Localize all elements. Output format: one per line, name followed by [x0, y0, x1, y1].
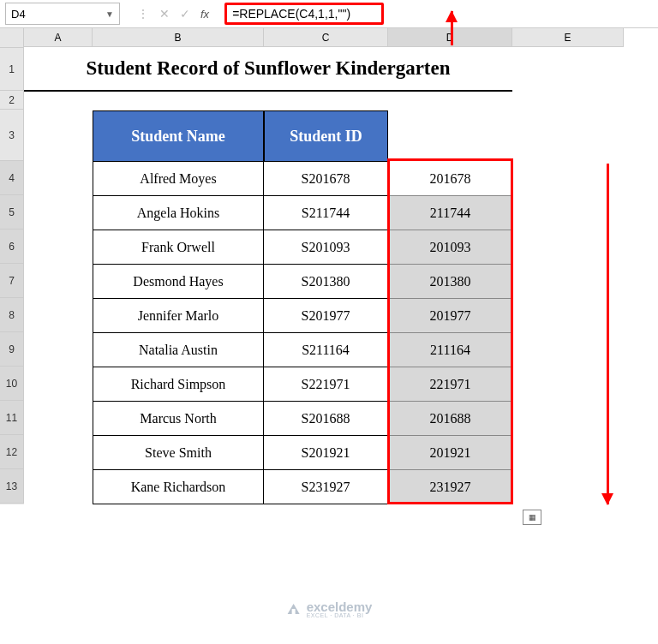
cell-id[interactable]: S231927: [264, 470, 388, 504]
table-row: Kane Richardson S231927 231927: [24, 470, 624, 504]
name-box[interactable]: D4 ▼: [5, 3, 120, 25]
cell-id[interactable]: S211164: [264, 333, 388, 367]
header-row: Student Name Student ID: [24, 110, 624, 162]
watermark: exceldemy EXCEL · DATA · BI: [286, 599, 373, 618]
cell-name[interactable]: Richard Simpson: [93, 367, 264, 402]
page-title: Student Record of Sunflower Kindergarten: [86, 57, 450, 80]
formula-bar-row: D4 ▼ ⋮ ✕ ✓ fx =REPLACE(C4,1,1,""): [0, 0, 658, 28]
row-header-1[interactable]: 1: [0, 48, 24, 91]
table-row: Angela Hokins S211744 211744: [24, 196, 624, 230]
cell-id[interactable]: S201093: [264, 230, 388, 265]
row-header-13[interactable]: 13: [0, 469, 24, 504]
row-header-8[interactable]: 8: [0, 298, 24, 332]
title-row[interactable]: Student Record of Sunflower Kindergarten: [24, 47, 512, 92]
cell-output[interactable]: 221971: [388, 367, 512, 402]
cell-id[interactable]: S201688: [264, 402, 388, 436]
worksheet: 1 2 3 4 5 6 7 8 9 10 11 12 13 A B C D E …: [0, 28, 658, 504]
cell-output[interactable]: 201921: [388, 436, 512, 470]
header-student-name[interactable]: Student Name: [93, 110, 264, 162]
fx-icon[interactable]: fx: [200, 8, 209, 21]
cell-id[interactable]: S201678: [264, 162, 388, 196]
annotation-arrow-down: [607, 164, 609, 504]
row-2-blank[interactable]: [24, 92, 624, 110]
watermark-sub: EXCEL · DATA · BI: [307, 612, 373, 618]
cell-name[interactable]: Natalia Austin: [93, 333, 264, 367]
formula-text: =REPLACE(C4,1,1,""): [224, 3, 384, 25]
select-all-corner[interactable]: [0, 28, 24, 48]
table-row: Desmond Hayes S201380 201380: [24, 265, 624, 299]
cell-id[interactable]: S201921: [264, 436, 388, 470]
cell-id[interactable]: S201380: [264, 265, 388, 299]
cell-id[interactable]: S201977: [264, 299, 388, 333]
formula-bar[interactable]: =REPLACE(C4,1,1,""): [218, 3, 658, 24]
grid: Student Record of Sunflower Kindergarten…: [24, 47, 624, 504]
dots-icon: ⋮: [137, 7, 149, 21]
table-row: Steve Smith S201921 201921: [24, 436, 624, 470]
cell-name[interactable]: Alfred Moyes: [93, 162, 264, 196]
col-header-a[interactable]: A: [24, 28, 93, 47]
row-header-4[interactable]: 4: [0, 161, 24, 195]
row-header-5[interactable]: 5: [0, 195, 24, 230]
autofill-options-icon[interactable]: ▦: [523, 510, 541, 525]
cell-id[interactable]: S221971: [264, 367, 388, 402]
col-header-b[interactable]: B: [93, 28, 264, 47]
cell-a3[interactable]: [24, 110, 93, 162]
header-student-id[interactable]: Student ID: [264, 110, 388, 162]
table-row: Alfred Moyes S201678 201678: [24, 162, 624, 196]
logo-icon: [286, 601, 302, 617]
col-header-c[interactable]: C: [264, 28, 388, 47]
cell-output[interactable]: 201977: [388, 299, 512, 333]
row-headers: 1 2 3 4 5 6 7 8 9 10 11 12 13: [0, 28, 24, 504]
svg-rect-1: [292, 609, 296, 614]
col-header-e[interactable]: E: [512, 28, 624, 47]
annotation-arrow-up: [451, 11, 453, 45]
table-row: Marcus North S201688 201688: [24, 402, 624, 436]
cell-name[interactable]: Steve Smith: [93, 436, 264, 470]
cell-name[interactable]: Marcus North: [93, 402, 264, 436]
row-header-11[interactable]: 11: [0, 401, 24, 435]
cell-name[interactable]: Desmond Hayes: [93, 265, 264, 299]
enter-icon[interactable]: ✓: [180, 7, 190, 21]
formula-bar-icons: ⋮ ✕ ✓ fx: [129, 7, 218, 21]
row-header-2[interactable]: 2: [0, 91, 24, 110]
cell-output[interactable]: 211164: [388, 333, 512, 367]
table-row: Frank Orwell S201093 201093: [24, 230, 624, 265]
row-header-7[interactable]: 7: [0, 264, 24, 298]
row-header-3[interactable]: 3: [0, 110, 24, 161]
row-header-12[interactable]: 12: [0, 435, 24, 469]
column-headers: A B C D E: [24, 28, 624, 47]
table-row: Richard Simpson S221971 221971: [24, 367, 624, 402]
cell-output[interactable]: 211744: [388, 196, 512, 230]
cell-output[interactable]: 201688: [388, 402, 512, 436]
table-row: Natalia Austin S211164 211164: [24, 333, 624, 367]
cell-output[interactable]: 231927: [388, 470, 512, 504]
cell-output[interactable]: 201093: [388, 230, 512, 265]
cell-id[interactable]: S211744: [264, 196, 388, 230]
cell-name[interactable]: Angela Hokins: [93, 196, 264, 230]
chevron-down-icon[interactable]: ▼: [105, 9, 114, 19]
name-box-value: D4: [11, 8, 105, 21]
row-header-6[interactable]: 6: [0, 230, 24, 264]
grid-wrap: A B C D E Student Record of Sunflower Ki…: [24, 28, 624, 504]
cancel-icon[interactable]: ✕: [159, 7, 170, 21]
row-header-10[interactable]: 10: [0, 367, 24, 401]
table-row: Jennifer Marlo S201977 201977: [24, 299, 624, 333]
cell-name[interactable]: Jennifer Marlo: [93, 299, 264, 333]
row-header-9[interactable]: 9: [0, 332, 24, 367]
cell-name[interactable]: Frank Orwell: [93, 230, 264, 265]
cell-output[interactable]: 201380: [388, 265, 512, 299]
cell-name[interactable]: Kane Richardson: [93, 470, 264, 504]
cell-output[interactable]: 201678: [388, 162, 512, 196]
